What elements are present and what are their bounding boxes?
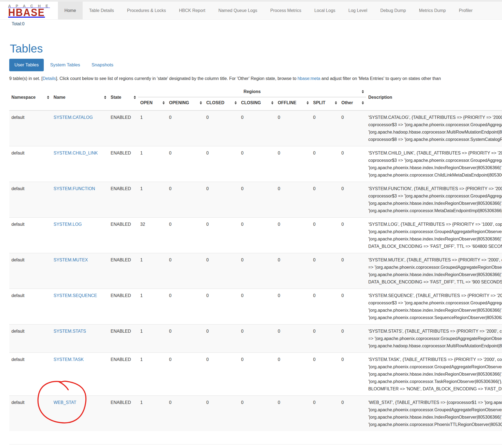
column-header-state[interactable]: State <box>108 86 138 110</box>
sort-icon[interactable] <box>271 101 273 104</box>
cell-offline-count[interactable]: 0 <box>276 182 311 218</box>
sort-icon[interactable] <box>200 101 202 104</box>
sort-icon[interactable] <box>335 101 337 104</box>
cell-closing-count[interactable]: 0 <box>239 218 276 253</box>
cell-closing-count[interactable]: 0 <box>239 396 276 431</box>
closed-count[interactable]: 0 <box>206 222 209 227</box>
opening-count[interactable]: 0 <box>169 186 172 191</box>
cell-other-count[interactable]: 0 <box>339 182 366 218</box>
cell-open-count[interactable]: 1 <box>138 325 167 353</box>
column-header-offline[interactable]: OFFLINE <box>276 97 311 110</box>
cell-offline-count[interactable]: 0 <box>276 325 311 353</box>
sort-icon[interactable] <box>362 101 364 104</box>
nav-item-named-queue-logs[interactable]: Named Queue Logs <box>212 2 264 19</box>
cell-split-count[interactable]: 0 <box>311 218 339 253</box>
opening-count[interactable]: 0 <box>169 293 172 298</box>
opening-count[interactable]: 0 <box>169 222 172 227</box>
split-count[interactable]: 0 <box>313 151 316 155</box>
cell-split-count[interactable]: 0 <box>311 182 339 218</box>
closing-count[interactable]: 0 <box>241 293 244 298</box>
cell-closing-count[interactable]: 0 <box>239 353 276 396</box>
cell-opening-count[interactable]: 0 <box>167 353 204 396</box>
opening-count[interactable]: 0 <box>169 258 172 262</box>
cell-open-count[interactable]: 1 <box>138 182 167 218</box>
cell-split-count[interactable]: 0 <box>311 110 339 146</box>
column-header-other[interactable]: Other <box>339 97 366 110</box>
split-count[interactable]: 0 <box>313 115 316 120</box>
sort-icon[interactable] <box>134 96 136 99</box>
other-count[interactable]: 0 <box>341 258 344 262</box>
cell-other-count[interactable]: 0 <box>339 396 366 431</box>
nav-item-hbck-report[interactable]: HBCK Report <box>172 2 212 19</box>
table-name-link[interactable]: SYSTEM.CHILD_LINK <box>54 151 98 155</box>
nav-item-debug-dump[interactable]: Debug Dump <box>374 2 412 19</box>
cell-closing-count[interactable]: 0 <box>239 289 276 325</box>
open-count[interactable]: 32 <box>140 222 145 227</box>
offline-count[interactable]: 0 <box>278 329 280 333</box>
column-header-split[interactable]: SPLIT <box>311 97 339 110</box>
tab-user-tables[interactable]: User Tables <box>9 59 44 71</box>
opening-count[interactable]: 0 <box>169 400 172 405</box>
nav-item-home[interactable]: Home <box>58 2 83 19</box>
opening-count[interactable]: 0 <box>169 357 172 362</box>
cell-closed-count[interactable]: 0 <box>204 146 239 182</box>
table-name-link[interactable]: SYSTEM.LOG <box>54 222 82 227</box>
cell-offline-count[interactable]: 0 <box>276 218 311 253</box>
offline-count[interactable]: 0 <box>278 357 280 362</box>
cell-other-count[interactable]: 0 <box>339 218 366 253</box>
other-count[interactable]: 0 <box>341 357 344 362</box>
table-name-link[interactable]: SYSTEM.FUNCTION <box>54 186 95 191</box>
cell-closed-count[interactable]: 0 <box>204 353 239 396</box>
cell-open-count[interactable]: 1 <box>138 353 167 396</box>
cell-split-count[interactable]: 0 <box>311 146 339 182</box>
nav-item-process-metrics[interactable]: Process Metrics <box>264 2 308 19</box>
open-count[interactable]: 1 <box>140 186 143 191</box>
cell-closed-count[interactable]: 0 <box>204 325 239 353</box>
cell-opening-count[interactable]: 0 <box>167 325 204 353</box>
cell-closed-count[interactable]: 0 <box>204 218 239 253</box>
offline-count[interactable]: 0 <box>278 151 280 155</box>
closing-count[interactable]: 0 <box>241 400 244 405</box>
cell-closing-count[interactable]: 0 <box>239 110 276 146</box>
cell-closing-count[interactable]: 0 <box>239 182 276 218</box>
split-count[interactable]: 0 <box>313 222 316 227</box>
details-link[interactable]: Details <box>43 76 56 81</box>
offline-count[interactable]: 0 <box>278 186 280 191</box>
cell-offline-count[interactable]: 0 <box>276 353 311 396</box>
column-header-opening[interactable]: OPENING <box>167 97 204 110</box>
cell-other-count[interactable]: 0 <box>339 110 366 146</box>
column-header-closing[interactable]: CLOSING <box>239 97 276 110</box>
open-count[interactable]: 1 <box>140 357 143 362</box>
cell-open-count[interactable]: 1 <box>138 110 167 146</box>
cell-opening-count[interactable]: 0 <box>167 146 204 182</box>
offline-count[interactable]: 0 <box>278 222 280 227</box>
cell-open-count[interactable]: 32 <box>138 218 167 253</box>
cell-split-count[interactable]: 0 <box>311 289 339 325</box>
tab-snapshots[interactable]: Snapshots <box>86 59 119 71</box>
closed-count[interactable]: 0 <box>206 258 209 262</box>
closed-count[interactable]: 0 <box>206 329 209 333</box>
offline-count[interactable]: 0 <box>278 115 280 120</box>
cell-offline-count[interactable]: 0 <box>276 110 311 146</box>
closing-count[interactable]: 0 <box>241 258 244 262</box>
table-name-link[interactable]: SYSTEM.SEQUENCE <box>54 293 97 298</box>
opening-count[interactable]: 0 <box>169 329 172 333</box>
nav-item-procedures-locks[interactable]: Procedures & Locks <box>120 2 172 19</box>
hbase-meta-link[interactable]: hbase:meta <box>298 76 320 81</box>
split-count[interactable]: 0 <box>313 400 316 405</box>
split-count[interactable]: 0 <box>313 357 316 362</box>
closing-count[interactable]: 0 <box>241 115 244 120</box>
cell-closing-count[interactable]: 0 <box>239 253 276 289</box>
other-count[interactable]: 0 <box>341 115 344 120</box>
cell-split-count[interactable]: 0 <box>311 396 339 431</box>
nav-item-metrics-dump[interactable]: Metrics Dump <box>412 2 452 19</box>
other-count[interactable]: 0 <box>341 151 344 155</box>
nav-item-local-logs[interactable]: Local Logs <box>308 2 342 19</box>
cell-other-count[interactable]: 0 <box>339 325 366 353</box>
cell-other-count[interactable]: 0 <box>339 289 366 325</box>
tab-system-tables[interactable]: System Tables <box>45 59 85 71</box>
table-name-link[interactable]: SYSTEM.CATALOG <box>54 115 93 120</box>
sort-icon[interactable] <box>362 90 364 93</box>
split-count[interactable]: 0 <box>313 293 316 298</box>
table-name-link[interactable]: SYSTEM.MUTEX <box>54 258 88 262</box>
